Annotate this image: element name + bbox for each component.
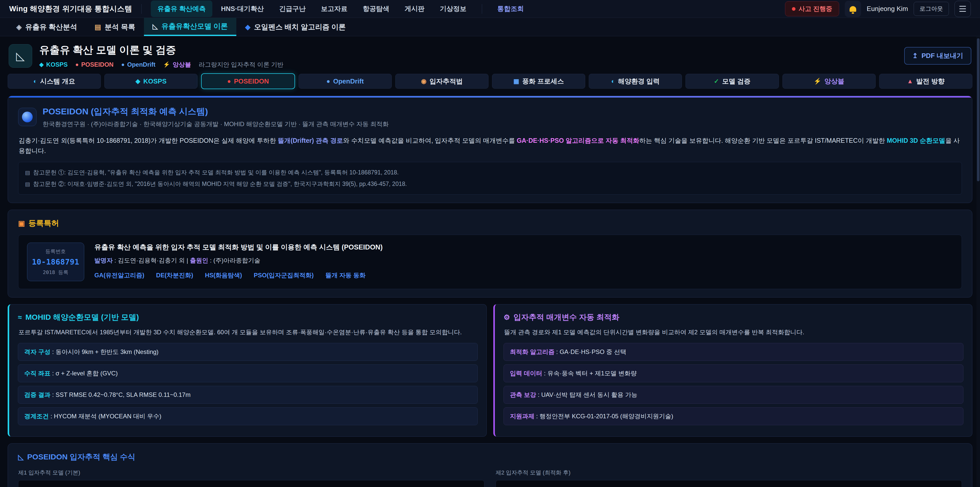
- subtab-label: 유출유 확산분석: [25, 22, 77, 32]
- highlight-mohid: MOHID 3D 순환모델: [887, 137, 945, 144]
- nav-item-emergency-rescue[interactable]: 긴급구난: [272, 0, 312, 17]
- patent-detail: 등록번호 10-1868791 2018 등록 유출유 확산 예측을 위한 입자…: [18, 235, 962, 289]
- tab-model-validation[interactable]: ✓ 모델 검증: [686, 74, 779, 89]
- shield-icon: ◆: [245, 23, 250, 31]
- page-header: ◺ 유출유 확산 모델 이론 및 검증 ◆ KOSPS ● POSEIDON ●…: [9, 43, 971, 69]
- mohid-card: ≈ MOHID 해양순환모델 (기반 모델) 포르투갈 IST/MARETEC에…: [8, 304, 487, 437]
- tag-drifter-assimilation[interactable]: 뜰개 자동 동화: [325, 271, 366, 279]
- tab-system-overview[interactable]: ◐ 시스템 개요: [8, 74, 101, 89]
- nav-item-oil-spill-prediction[interactable]: 유출유 확산예측: [151, 0, 212, 17]
- badge-ensemble: ⚡ 앙상블: [163, 61, 191, 69]
- badge-kosps: ◆ KOSPS: [39, 61, 68, 68]
- tag-de[interactable]: DE(차분진화): [156, 271, 193, 279]
- overview-icon: ◐: [33, 78, 37, 85]
- mohid-row-vertical: 수직 좌표 : σ + Z-level 혼합 (GVC): [18, 364, 478, 382]
- reference-1: ▤ 참고문헌 ①: 김도연·김용혁, "유출유 확산 예측을 위한 입자 추적 …: [25, 167, 955, 178]
- circle-icon: ●: [121, 61, 124, 68]
- opt-row-observation: 관측 보강 : UAV·선박 탑재 센서 동시 활용 가능: [504, 386, 963, 404]
- nav-item-aerial-search[interactable]: 항공탐색: [356, 0, 396, 17]
- references-box: ▤ 참고문헌 ①: 김도연·김용혁, "유출유 확산 예측을 위한 입자 추적 …: [18, 162, 962, 195]
- poseidon-overview-card: POSEIDON (입자추적 최적화 예측 시스템) 한국환경연구원 · (주)…: [8, 96, 972, 203]
- patent-year: 2018 등록: [32, 269, 80, 276]
- subtab-spill-analysis[interactable]: ◈ 유출유 확산분석: [8, 18, 86, 36]
- nav-item-integrated-search[interactable]: 통합조회: [491, 0, 531, 17]
- applicant-label: 출원인: [190, 257, 208, 264]
- wind-icon: ▦: [514, 78, 519, 85]
- inventor-value: 김도연·김용혁·김충기 외: [118, 257, 185, 264]
- formula-section-title: ◺ POSEIDON 입자추적 핵심 수식: [18, 452, 962, 462]
- cyclone-icon: ◐: [611, 78, 615, 85]
- tag-ga[interactable]: GA(유전알고리즘): [94, 271, 145, 279]
- rocket-icon: ▲: [907, 78, 913, 85]
- nav-item-hns-diffusion[interactable]: HNS·대기확산: [215, 0, 270, 17]
- nav-item-reports[interactable]: 보고자료: [314, 0, 354, 17]
- header-note: 라그랑지안 입자추적 이론 기반: [199, 61, 283, 69]
- inventor-label: 발명자: [94, 257, 113, 264]
- diamond-icon: ◆: [39, 61, 44, 68]
- gear-icon: ⚙: [504, 313, 510, 321]
- app-logo[interactable]: Wing 해양환경 위기대응 통합시스템: [9, 4, 132, 14]
- tag-pso[interactable]: PSO(입자군집최적화): [254, 271, 313, 279]
- document-icon: ▤: [25, 181, 30, 187]
- tab-opendrift[interactable]: ● OpenDrift: [299, 74, 392, 89]
- opt-row-input-data: 입력 데이터 : 유속·풍속 벡터 + 제1모델 변화량: [504, 364, 963, 382]
- lightning-icon: ⚡: [163, 61, 170, 68]
- patent-people-line: 발명자 : 김도연·김용혁·김충기 외 | 출원인 : (주)아라종합기술: [94, 256, 383, 265]
- formula-model1: 제1 입자추적 모델 (기본) Model_x = Δt × current_u…: [18, 469, 484, 487]
- subtab-label: 오일펜스 배치 알고리즘 이론: [254, 22, 345, 32]
- subtab-model-theory[interactable]: ◺ 유출유확산모델 이론: [144, 18, 237, 36]
- mohid-row-grid: 격자 구성 : 동아시아 9km + 한반도 3km (Nesting): [18, 343, 478, 361]
- subtab-analysis-list[interactable]: ▤ 분석 목록: [86, 18, 144, 36]
- bell-icon: [850, 6, 856, 12]
- section-tabs: ◐ 시스템 개요 ◆ KOSPS ● POSEIDON ● OpenDrift …: [8, 73, 972, 89]
- patent-title: 유출유 확산 예측을 위한 입자 추적 모델 최적화 방법 및 이를 이용한 예…: [94, 243, 383, 252]
- wave-icon: ≈: [18, 313, 22, 321]
- poseidon-title: POSEIDON (입자추적 최적화 예측 시스템): [43, 106, 389, 118]
- incident-status-badge[interactable]: 사고 진행중: [785, 1, 839, 16]
- page-title: 유출유 확산 모델 이론 및 검증: [39, 43, 283, 57]
- nav-menu: 유출유 확산예측 HNS·대기확산 긴급구난 보고자료 항공탐색 게시판 기상정…: [151, 0, 531, 17]
- poseidon-description: 김충기·김도연 외(등록특허 10-1868791, 2018)가 개발한 PO…: [19, 135, 961, 156]
- hamburger-icon: [959, 6, 966, 6]
- tab-future-direction[interactable]: ▲ 발전 방향: [879, 74, 972, 89]
- notifications-button[interactable]: [845, 1, 861, 17]
- tag-hs[interactable]: HS(화음탐색): [205, 271, 242, 279]
- tab-particle-tracking[interactable]: ◉ 입자추적법: [395, 74, 488, 89]
- page-content: ◺ 유출유 확산 모델 이론 및 검증 ◆ KOSPS ● POSEIDON ●…: [0, 43, 980, 487]
- badge-opendrift: ● OpenDrift: [121, 61, 156, 68]
- patent-card: ▣ 등록특허 등록번호 10-1868791 2018 등록 유출유 확산 예측…: [8, 210, 972, 297]
- formula-card: ◺ POSEIDON 입자추적 핵심 수식 제1 입자추적 모델 (기본) Mo…: [8, 443, 972, 487]
- formula2-code: Revised_x = a1·current_u + a2·current_v …: [496, 480, 962, 487]
- subtab-oilfence-algorithm[interactable]: ◆ 오일펜스 배치 알고리즘 이론: [236, 18, 354, 36]
- tab-kosps[interactable]: ◆ KOSPS: [104, 74, 197, 89]
- check-icon: ✓: [714, 78, 719, 85]
- opt-row-algorithm: 최적화 알고리즘 : GA·DE·HS·PSO 중 선택: [504, 343, 963, 361]
- poseidon-logo-icon: [18, 108, 37, 126]
- hamburger-menu-button[interactable]: [955, 1, 971, 17]
- set-square-icon: ◺: [18, 453, 24, 461]
- tab-poseidon[interactable]: ● POSEIDON: [201, 73, 295, 89]
- mohid-row-validation: 검증 결과 : SST RMSE 0.42~0.78°C, SLA RMSE 0…: [18, 386, 478, 404]
- pdf-export-button[interactable]: ↥ PDF 내보내기: [904, 47, 971, 65]
- mohid-description: 포르투갈 IST/MARETEC에서 1985년부터 개발한 3D 수치 해양순…: [18, 327, 477, 337]
- reference-2: ▤ 참고문헌 ②: 이재호·임병준·김도연 외, "2016년 동아시아 해역의…: [25, 178, 955, 190]
- tab-ocean-env-input[interactable]: ◐ 해양환경 입력: [589, 74, 682, 89]
- scrollbar-thumb[interactable]: [977, 38, 980, 181]
- applicant-value: (주)아라종합기술: [213, 257, 260, 264]
- optimization-description: 뜰개 관측 경로와 제1 모델 예측값의 단위시간별 변화량을 비교하여 제2 …: [504, 327, 963, 337]
- scroll-icon: ▣: [18, 219, 25, 228]
- mohid-title: ≈ MOHID 해양순환모델 (기반 모델): [18, 312, 478, 323]
- tab-weathering-process[interactable]: ▦ 풍화 프로세스: [492, 74, 585, 89]
- page-title-icon: ◺: [9, 44, 32, 68]
- flask-icon: ◈: [16, 23, 22, 31]
- scrollbar[interactable]: [977, 36, 980, 487]
- formula-model2: 제2 입자추적 모델 (최적화 후) Revised_x = a1·curren…: [496, 469, 962, 487]
- highlight-drifter: 뜰개(Drifter) 관측 경로: [278, 137, 343, 144]
- nav-item-weather-info[interactable]: 기상정보: [433, 0, 473, 17]
- circle-icon: ●: [75, 61, 79, 68]
- circle-icon: ●: [326, 78, 330, 85]
- patent-number-label: 등록번호: [32, 248, 80, 255]
- tab-ensemble[interactable]: ⚡ 앙상블: [783, 74, 876, 89]
- logout-button[interactable]: 로그아웃: [914, 2, 949, 16]
- nav-item-board[interactable]: 게시판: [398, 0, 431, 17]
